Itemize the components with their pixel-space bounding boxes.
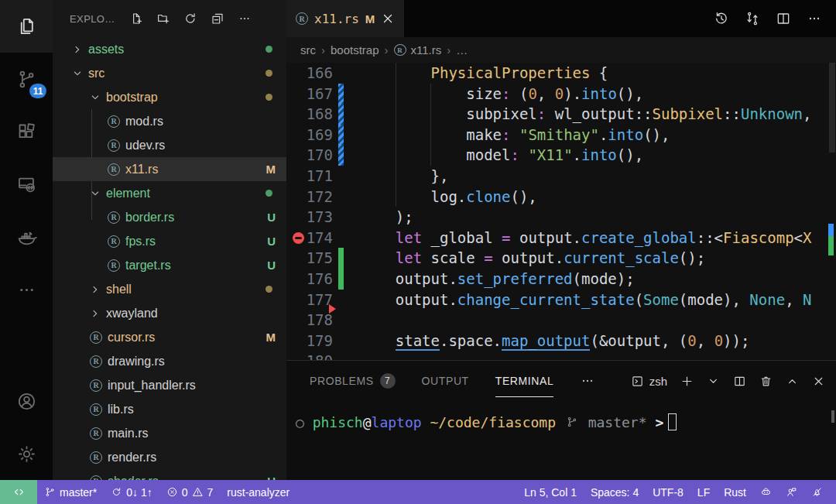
status-git-branch[interactable]: master*	[37, 480, 104, 504]
gutter[interactable]: 168	[286, 104, 352, 125]
tree-item-shell[interactable]: shell	[53, 277, 286, 301]
gutter[interactable]: 172	[286, 187, 352, 207]
terminal-dropdown-button[interactable]	[707, 375, 720, 388]
gutter[interactable]: 173	[286, 207, 352, 228]
folder-twistie[interactable]	[89, 89, 106, 106]
status-notifications-muted[interactable]	[804, 480, 830, 504]
status-encoding[interactable]: UTF-8	[646, 480, 690, 504]
gutter[interactable]: 166	[286, 63, 352, 84]
tree-item-bootstrap[interactable]: bootstrap	[53, 85, 286, 109]
activity-item-explorer[interactable]	[0, 0, 53, 53]
folder-twistie[interactable]	[89, 281, 106, 298]
gutter[interactable]: 180	[286, 351, 352, 360]
tree-item-lib-rs[interactable]: Rlib.rs	[53, 397, 286, 421]
tree-item-drawing-rs[interactable]: Rdrawing.rs	[53, 349, 286, 373]
status-copilot[interactable]	[753, 480, 779, 504]
status-problems[interactable]: 07	[159, 480, 221, 504]
breadcrumb-item[interactable]: src	[300, 43, 316, 57]
tab-x11-rs[interactable]: R x11.rs M	[286, 0, 404, 37]
code-line-174: 174 let _global = output.create_global::…	[286, 228, 836, 249]
gutter[interactable]: 174	[286, 228, 352, 249]
panel-tab-problems[interactable]: PROBLEMS7	[310, 361, 396, 401]
tree-item-assets[interactable]: assets	[53, 37, 286, 61]
terminal-prompt-line: ○ phisch@laptop ~/code/fiascomp master* …	[296, 413, 836, 430]
feedback-icon	[786, 486, 797, 498]
bottom-panel: PROBLEMS7OUTPUTTERMINAL zsh ○ phisch@lap…	[286, 360, 836, 480]
gutter[interactable]: 175	[286, 248, 352, 269]
editor-more-icon[interactable]	[807, 11, 822, 26]
close-panel-button[interactable]	[812, 375, 825, 388]
status-rust-analyzer[interactable]: rust-analyzer	[220, 480, 296, 504]
folder-twistie[interactable]	[89, 305, 106, 322]
terminal-scrollbar[interactable]	[831, 410, 834, 423]
status-cursor-position[interactable]: Ln 5, Col 1	[517, 480, 584, 504]
activity-item-more-views[interactable]	[0, 263, 53, 316]
open-changes-icon[interactable]	[745, 11, 760, 26]
refresh-explorer-button[interactable]	[180, 9, 200, 29]
activity-item-docker[interactable]	[0, 211, 53, 263]
gutter[interactable]: 167	[286, 84, 352, 105]
gutter[interactable]: 177	[286, 290, 352, 310]
code-line-171: 171 },	[286, 166, 836, 187]
status-language-mode[interactable]: Rust	[717, 480, 753, 504]
activity-item-account[interactable]	[0, 375, 53, 427]
gutter[interactable]: 176	[286, 269, 352, 290]
tree-item-render-rs[interactable]: Rrender.rs	[53, 445, 286, 469]
split-terminal-button[interactable]	[733, 375, 746, 388]
tree-item-shader-rs[interactable]: Rshader.rsU	[53, 469, 286, 480]
line-number: 177	[286, 290, 333, 310]
panel-more-icon[interactable]	[580, 373, 595, 389]
breadcrumb-item[interactable]: bootstrap	[331, 43, 379, 57]
tree-item-input-handler-rs[interactable]: Rinput_handler.rs	[53, 373, 286, 397]
tree-item-fps-rs[interactable]: Rfps.rsU	[53, 229, 286, 253]
tree-item-udev-rs[interactable]: Rudev.rs	[53, 133, 286, 157]
activity-item-remote-explorer[interactable]	[0, 158, 53, 211]
breadcrumb-item[interactable]: …	[456, 43, 468, 57]
tree-item-element[interactable]: element	[53, 181, 286, 205]
new-file-button[interactable]	[126, 9, 146, 29]
tree-item-x11-rs[interactable]: Rx11.rsM	[53, 157, 286, 181]
status-eol[interactable]: LF	[690, 480, 717, 504]
views-more-button[interactable]	[235, 9, 255, 29]
maximize-panel-button[interactable]	[786, 375, 799, 388]
tree-item-cursor-rs[interactable]: Rcursor.rsM	[53, 325, 286, 349]
remote-window-icon	[16, 174, 37, 195]
new-folder-button[interactable]	[153, 9, 173, 29]
kill-terminal-button[interactable]	[759, 375, 773, 388]
gutter[interactable]: 178	[286, 310, 352, 331]
activity-item-source-control[interactable]: 11	[0, 53, 53, 105]
folder-twistie[interactable]	[89, 185, 106, 202]
tree-item-label: main.rs	[108, 427, 148, 441]
collapse-folders-button[interactable]	[207, 9, 228, 29]
launch-profile-button[interactable]: zsh	[631, 375, 667, 388]
code-editor[interactable]: 166 PhysicalProperties {167 size: (0, 0)…	[286, 63, 836, 360]
folder-twistie[interactable]	[71, 65, 88, 82]
breadcrumb-item[interactable]: Rx11.rs	[394, 43, 442, 57]
status-indentation[interactable]: Spaces: 4	[584, 480, 646, 504]
status-remote[interactable]	[0, 480, 37, 504]
panel-tab-output[interactable]: OUTPUT	[422, 361, 469, 401]
tree-item-border-rs[interactable]: Rborder.rsU	[53, 205, 286, 229]
split-editor-icon[interactable]	[776, 11, 791, 26]
gutter[interactable]: 170	[286, 145, 352, 166]
terminal[interactable]: ○ phisch@laptop ~/code/fiascomp master* …	[286, 401, 836, 430]
activity-item-extensions[interactable]	[0, 105, 53, 158]
tree-item-mod-rs[interactable]: Rmod.rs	[53, 109, 286, 133]
tree-item-target-rs[interactable]: Rtarget.rsU	[53, 253, 286, 277]
new-terminal-button[interactable]	[680, 375, 694, 388]
timeline-history-icon[interactable]	[714, 11, 729, 26]
sidebar-title: EXPLO…	[70, 13, 115, 25]
tree-item-src[interactable]: src	[53, 61, 286, 85]
gutter[interactable]: 171	[286, 166, 352, 187]
folder-twistie[interactable]	[71, 41, 88, 58]
status-feedback[interactable]	[779, 480, 804, 504]
tab-close-icon[interactable]	[381, 12, 395, 26]
activity-item-settings[interactable]	[0, 427, 53, 480]
tree-item-xwayland[interactable]: xwayland	[53, 301, 286, 325]
status-sync-changes[interactable]: 0↓ 1↑	[104, 480, 159, 504]
editor-scrollbar[interactable]	[829, 63, 835, 153]
gutter[interactable]: 169	[286, 125, 352, 146]
panel-tab-terminal[interactable]: TERMINAL	[495, 361, 554, 401]
tree-item-main-rs[interactable]: Rmain.rs	[53, 421, 286, 445]
gutter[interactable]: 179	[286, 331, 352, 351]
